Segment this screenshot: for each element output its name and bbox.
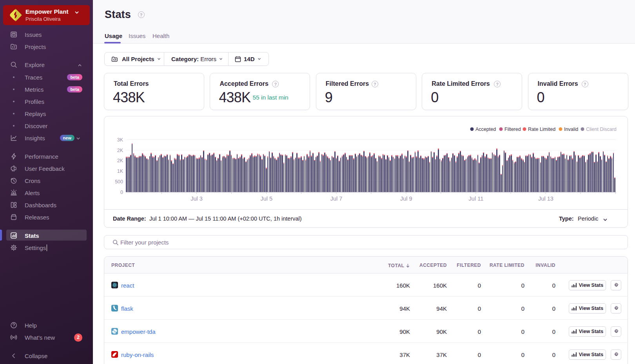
svg-text:Invalid: Invalid	[564, 127, 578, 132]
svg-text:Jul 9: Jul 9	[400, 196, 412, 202]
svg-text:Jul 13: Jul 13	[538, 196, 553, 202]
svg-text:Filtered: Filtered	[504, 127, 521, 132]
svg-text:Jul 7: Jul 7	[330, 196, 343, 202]
svg-text:3K: 3K	[117, 137, 123, 143]
svg-text:Jul 11: Jul 11	[469, 196, 484, 202]
svg-text:1K: 1K	[117, 168, 123, 174]
svg-text:0: 0	[120, 190, 123, 195]
svg-text:2K: 2K	[117, 158, 123, 163]
svg-text:Jul 5: Jul 5	[260, 196, 272, 202]
svg-text:Accepted: Accepted	[475, 127, 496, 132]
svg-text:Rate Limited: Rate Limited	[528, 127, 555, 132]
svg-text:Client Discard: Client Discard	[586, 127, 617, 132]
svg-text:2K: 2K	[117, 148, 123, 153]
svg-text:Jul 3: Jul 3	[190, 196, 203, 202]
svg-text:500: 500	[115, 179, 123, 185]
